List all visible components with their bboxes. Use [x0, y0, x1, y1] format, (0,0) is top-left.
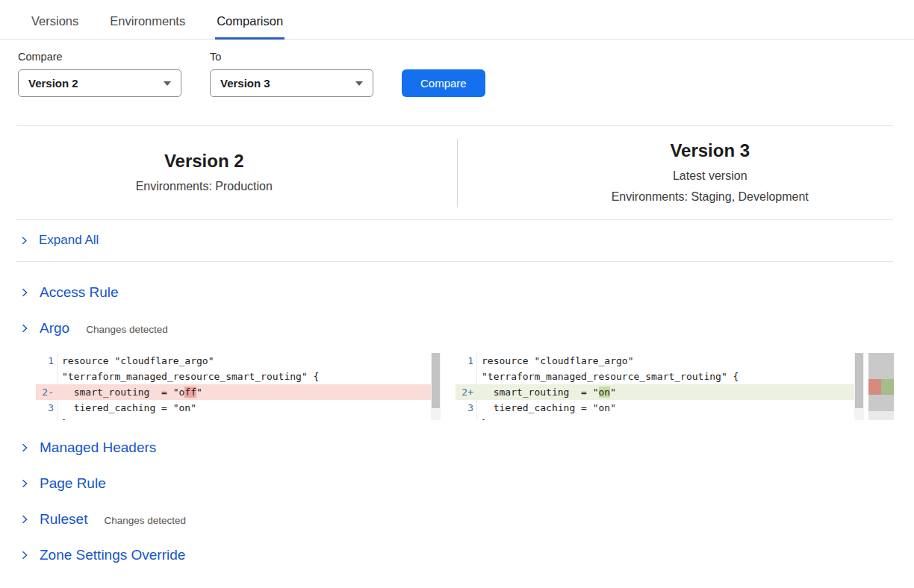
- to-version-value: Version 3: [220, 77, 270, 90]
- minimap-track: [868, 411, 894, 420]
- diff-line-added: 2+ smart_routing = "on": [456, 384, 864, 400]
- chevron-down-icon: [355, 81, 363, 86]
- left-panel-scrollbar[interactable]: [431, 353, 441, 420]
- code-text: }: [57, 416, 441, 420]
- tab-environments[interactable]: Environments: [108, 0, 187, 39]
- code-text: }: [477, 416, 864, 420]
- line-number: 3: [456, 400, 477, 416]
- section-managed-headers[interactable]: Managed Headers: [19, 440, 896, 456]
- resource-sections: Access Rule Argo Changes detected 1 reso…: [0, 262, 914, 563]
- code-text: smart_routing = "on": [477, 384, 864, 400]
- section-label: Managed Headers: [40, 440, 156, 456]
- code-text: tiered_caching = "on": [477, 400, 864, 416]
- diff-minimap[interactable]: [868, 353, 894, 420]
- line-number: 1: [456, 353, 477, 384]
- scrollbar-thumb[interactable]: [432, 353, 440, 408]
- code-text: smart_routing = "off": [57, 384, 441, 400]
- version-right-environments: Environments: Staging, Development: [506, 187, 914, 207]
- minimap-added-marker: [881, 379, 894, 395]
- scrollbar-thumb[interactable]: [855, 353, 863, 408]
- line-number: 2-: [36, 384, 57, 400]
- diff-panel-left: 1 resource "cloudflare_argo" "terraform_…: [36, 353, 441, 420]
- expand-all-button[interactable]: Expand All: [0, 220, 914, 261]
- chevron-right-icon: [19, 478, 30, 489]
- version-right-subtitle: Latest version: [506, 166, 914, 187]
- version-left-header: Version 2 Environments: Production: [0, 149, 457, 197]
- section-label: Page Rule: [40, 475, 106, 492]
- code-text: resource "cloudflare_argo" "terraform_ma…: [477, 353, 864, 384]
- expand-all-label: Expand All: [39, 233, 99, 248]
- section-label: Ruleset: [40, 511, 87, 528]
- compare-version-select[interactable]: Version 2: [18, 69, 181, 97]
- chevron-right-icon: [19, 442, 30, 453]
- diff-line: 4 }: [36, 416, 441, 420]
- removed-word-highlight: ff: [184, 387, 196, 398]
- section-ruleset[interactable]: Ruleset Changes detected: [19, 511, 896, 528]
- section-access-rule[interactable]: Access Rule: [19, 284, 896, 301]
- chevron-right-icon: [19, 236, 29, 245]
- right-panel-scrollbar[interactable]: [854, 353, 864, 420]
- compare-version-value: Version 2: [28, 77, 78, 90]
- minimap-removed-marker: [868, 379, 881, 395]
- section-label: Argo: [40, 320, 69, 337]
- to-label: To: [210, 51, 373, 63]
- diff-line: 1 resource "cloudflare_argo" "terraform_…: [36, 353, 441, 384]
- code-text: resource "cloudflare_argo" "terraform_ma…: [57, 353, 441, 384]
- version-right-header: Version 3 Latest version Environments: S…: [457, 139, 914, 207]
- version-headers: Version 2 Environments: Production Versi…: [0, 126, 914, 219]
- chevron-right-icon: [19, 323, 30, 334]
- diff-line: 3 tiered_caching = "on": [36, 400, 441, 416]
- version-left-title: Version 2: [0, 149, 408, 173]
- section-label: Access Rule: [40, 284, 119, 301]
- argo-diff-viewer: 1 resource "cloudflare_argo" "terraform_…: [36, 353, 896, 420]
- section-page-rule[interactable]: Page Rule: [19, 475, 896, 492]
- changes-detected-badge: Changes detected: [104, 515, 186, 526]
- tab-bar: Versions Environments Comparison: [0, 0, 914, 40]
- compare-button[interactable]: Compare: [402, 69, 485, 97]
- line-number: 4: [36, 416, 57, 420]
- section-argo[interactable]: Argo Changes detected: [19, 320, 896, 337]
- chevron-right-icon: [19, 287, 30, 298]
- section-zone-settings-override[interactable]: Zone Settings Override: [19, 547, 896, 563]
- added-word-highlight: on: [599, 387, 611, 398]
- line-number: 2+: [456, 384, 477, 400]
- compare-label: Compare: [18, 51, 181, 63]
- version-right-title: Version 3: [506, 139, 914, 163]
- diff-panel-right: 1 resource "cloudflare_argo" "terraform_…: [456, 353, 864, 420]
- line-number: 3: [36, 400, 57, 416]
- section-label: Zone Settings Override: [40, 547, 185, 563]
- compare-form: Compare Version 2 To Version 3 Compare: [0, 40, 914, 97]
- line-number: 4: [456, 416, 477, 420]
- diff-line: 1 resource "cloudflare_argo" "terraform_…: [456, 353, 864, 384]
- version-left-environments: Environments: Production: [0, 176, 408, 197]
- chevron-right-icon: [19, 514, 30, 525]
- diff-line-removed: 2- smart_routing = "off": [36, 384, 441, 400]
- line-number: 1: [36, 353, 57, 384]
- diff-line: 3 tiered_caching = "on": [456, 400, 864, 416]
- changes-detected-badge: Changes detected: [86, 324, 168, 335]
- diff-line: 4 }: [456, 416, 864, 420]
- tab-comparison[interactable]: Comparison: [215, 0, 285, 39]
- chevron-down-icon: [164, 81, 171, 86]
- code-text: tiered_caching = "on": [57, 400, 441, 416]
- chevron-right-icon: [19, 550, 30, 560]
- tab-versions[interactable]: Versions: [30, 0, 80, 39]
- to-version-select[interactable]: Version 3: [210, 69, 373, 97]
